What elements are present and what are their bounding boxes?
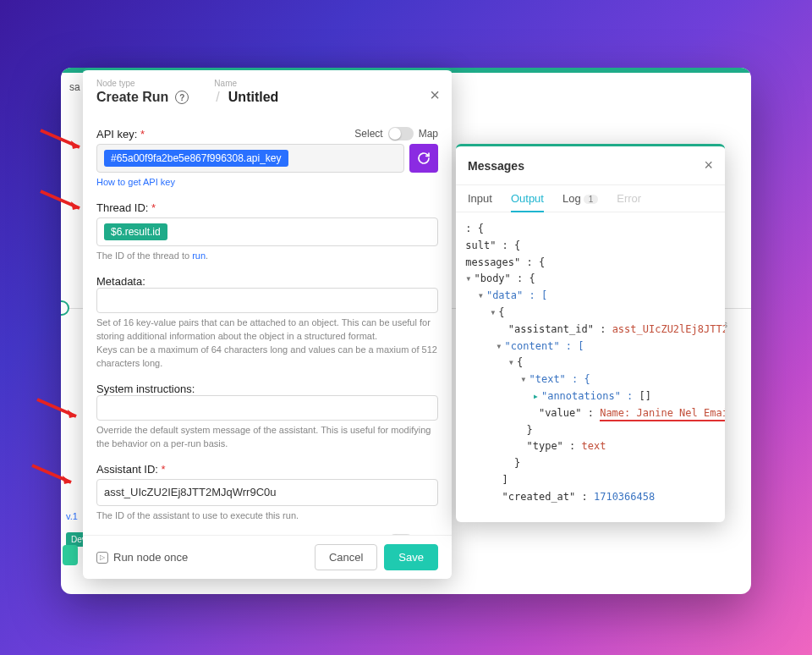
collapse-icon[interactable]: ▾ xyxy=(490,306,498,318)
metadata-label: Metadata: xyxy=(96,275,438,288)
breadcrumb-slash: / xyxy=(216,90,219,105)
help-icon[interactable]: ? xyxy=(175,91,189,104)
assistant-id-value: asst_UIcZU2IEj8JTT2MJqWrr9C0u xyxy=(104,486,276,498)
assistant-id-input[interactable]: asst_UIcZU2IEj8JTT2MJqWrr9C0u xyxy=(96,479,438,506)
assistant-id-label: Assistant ID: * xyxy=(96,463,166,476)
play-icon: ▷ xyxy=(96,552,108,564)
tab-output[interactable]: Output xyxy=(511,192,544,212)
version-link[interactable]: v.1 xyxy=(66,511,78,521)
api-key-toggle[interactable] xyxy=(388,127,414,140)
api-key-label: API key: * xyxy=(96,128,145,140)
node-editor-panel: Node type Create Run ? Name / Untitled ×… xyxy=(83,68,452,579)
select-label: Select xyxy=(354,128,382,140)
save-button[interactable]: Save xyxy=(384,544,438,570)
expand-icon[interactable]: ▸ xyxy=(533,390,541,402)
thread-id-input[interactable]: $6.result.id xyxy=(96,217,438,246)
metadata-help: Set of 16 key-value pairs that can be at… xyxy=(96,316,438,371)
value-highlight: Name: Janine Nel Email: em xyxy=(600,407,725,421)
panel-header: Node type Create Run ? Name / Untitled × xyxy=(83,70,452,115)
tab-input[interactable]: Input xyxy=(468,192,492,212)
log-count-badge: 1 xyxy=(584,195,599,204)
messages-panel: Messages × Input Output Log1 Error : { s… xyxy=(456,144,725,522)
collapse-icon[interactable]: ▾ xyxy=(520,373,529,385)
messages-output-body[interactable]: : { sult" : { messages" : { ▾"body" : { … xyxy=(456,212,725,515)
thread-run-link[interactable]: run xyxy=(192,250,206,261)
canvas-node-left[interactable] xyxy=(61,300,69,316)
cancel-button[interactable]: Cancel xyxy=(315,544,377,570)
map-label: Map xyxy=(419,128,438,140)
messages-close-icon[interactable]: × xyxy=(704,157,713,174)
node-name[interactable]: Untitled xyxy=(228,90,279,105)
run-node-once[interactable]: ▷ Run node once xyxy=(96,551,188,564)
collapse-icon[interactable]: ▾ xyxy=(465,272,474,284)
thread-id-help: The ID of the thread to run. xyxy=(96,250,438,263)
thread-id-pill[interactable]: $6.result.id xyxy=(104,223,167,240)
close-icon[interactable]: × xyxy=(430,85,440,105)
model-toggle[interactable] xyxy=(388,534,414,535)
collapse-icon[interactable]: ▾ xyxy=(508,356,517,368)
assistant-id-help: The ID of the assistant to use to execut… xyxy=(96,509,438,523)
tab-error[interactable]: Error xyxy=(617,192,641,212)
collapse-icon[interactable]: ▾ xyxy=(478,289,486,301)
node-badge[interactable] xyxy=(63,545,78,565)
node-type-caption: Node type xyxy=(96,79,189,88)
messages-title: Messages xyxy=(468,159,524,173)
api-key-help-link[interactable]: How to get API key xyxy=(96,177,175,187)
run-once-label: Run node once xyxy=(113,551,188,564)
bg-text-sa: sa xyxy=(69,81,80,93)
system-input[interactable] xyxy=(96,395,438,421)
system-help: Override the default system message of t… xyxy=(96,424,438,451)
name-caption: Name xyxy=(214,79,278,88)
thread-id-label: Thread ID: * xyxy=(96,201,156,214)
tab-log[interactable]: Log1 xyxy=(562,192,598,212)
collapse-icon[interactable]: ▾ xyxy=(496,340,504,352)
system-label: System instructions: xyxy=(96,383,438,395)
api-key-input[interactable]: #65a00f9fa2be5e867f996308.api_key xyxy=(96,144,404,173)
metadata-input[interactable] xyxy=(96,288,438,313)
node-type-title: Create Run xyxy=(96,90,168,105)
refresh-button[interactable] xyxy=(409,144,438,173)
api-key-pill[interactable]: #65a00f9fa2be5e867f996308.api_key xyxy=(104,150,288,167)
